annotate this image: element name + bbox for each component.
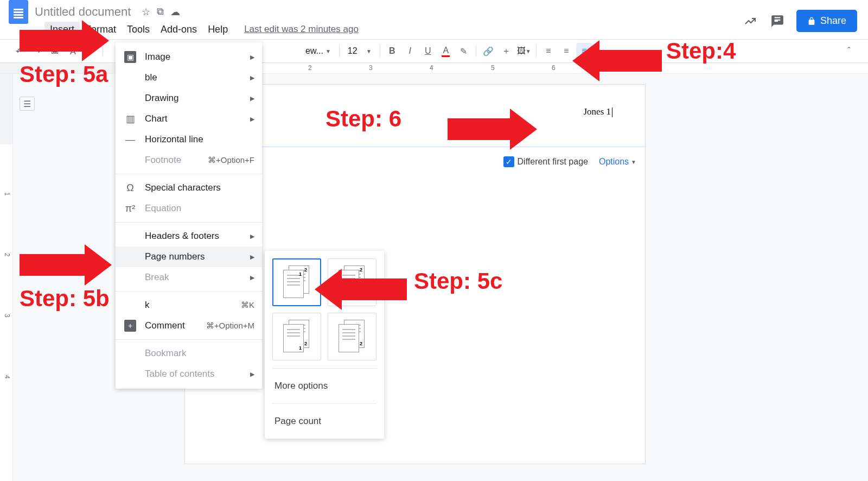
font-size-select[interactable]: 12▼ [343,46,376,56]
trend-icon[interactable] [742,13,758,29]
collapse-toolbar-button[interactable]: ˆ [841,43,857,59]
different-first-page-checkbox[interactable]: ✓ Different first page [503,156,588,167]
insert-image[interactable]: ▣Image▶ [116,47,262,67]
title-actions: ☆ ⧉ ☁ [142,6,180,18]
page-num-bottom-all[interactable]: 2 1 [272,313,321,360]
hline-icon: — [124,134,136,145]
insert-bookmark: Bookmark [116,343,262,364]
add-comment-button[interactable]: ＋ [498,43,514,59]
share-label: Share [820,15,846,27]
annotation-arrow-6 [448,109,537,150]
annotation-arrow-5b [20,244,112,286]
ruler-tick: 2 [308,64,312,72]
underline-button[interactable]: U [420,43,436,59]
ruler-tick: 5 [491,64,495,72]
insert-drawing[interactable]: Drawing▶ [116,88,262,109]
link-icon [124,299,136,311]
table-icon [124,72,136,84]
chevron-right-icon: ▶ [250,254,254,261]
shortcut-label: ⌘+Option+F [208,155,254,165]
chevron-right-icon: ▶ [250,274,254,281]
shortcut-label: ⌘K [241,300,254,310]
vruler-margin [0,74,12,144]
insert-equation: π²Equation [116,198,262,219]
menu-separator [116,174,262,174]
ruler-tick: 4 [430,64,433,72]
submenu-separator [272,368,376,369]
annotation-arrow-4 [572,40,662,81]
chevron-right-icon: ▶ [250,116,254,123]
menu-addons[interactable]: Add-ons [155,22,202,37]
insert-page-numbers[interactable]: Page numbers▶ [116,246,262,267]
page-num-more-options[interactable]: More options [272,376,376,396]
insert-special-chars[interactable]: ΩSpecial characters [116,178,262,198]
insert-comment[interactable]: +Comment⌘+Option+M [116,315,262,336]
image-button[interactable]: 🖼▼ [516,43,532,59]
separator [536,45,537,57]
insert-horizontal-line[interactable]: —Horizontal line [116,129,262,150]
font-select[interactable]: ew...▼ [301,46,335,56]
menu-bar: Insert Format Tools Add-ons Help Last ed… [0,22,868,39]
blank-icon [124,271,136,283]
chart-icon: ▥ [124,113,136,125]
step-5b-label: Step: 5b [20,286,110,312]
vruler-tick: 3 [3,314,11,318]
comment-icon: + [124,320,136,332]
insert-chart[interactable]: ▥Chart▶ [116,109,262,129]
move-icon[interactable]: ⧉ [157,6,164,18]
shortcut-label: ⌘+Option+M [206,321,254,331]
separator [339,45,340,57]
chevron-right-icon: ▶ [250,54,254,61]
drawing-icon [124,92,136,104]
diff-first-label: Different first page [518,157,588,167]
vruler-tick: 1 [3,192,11,196]
chevron-right-icon: ▶ [250,233,254,240]
page-num-top-all[interactable]: 2 1 [272,258,321,306]
text-color-button[interactable]: A [438,43,454,59]
align-left-button[interactable]: ≡ [540,43,557,59]
blank-icon [124,251,136,263]
separator [476,45,476,57]
bold-button[interactable]: B [384,43,400,59]
step-6-label: Step: 6 [326,106,401,132]
menu-help[interactable]: Help [202,22,233,37]
insert-headers-footers[interactable]: Headers & footers▶ [116,226,262,246]
page-count-option[interactable]: Page count [272,412,376,431]
link-button[interactable]: 🔗 [480,43,496,59]
italic-button[interactable]: I [402,43,418,59]
footnote-icon [124,154,136,166]
vertical-ruler[interactable]: 1 2 3 4 [0,74,13,481]
text-cursor [612,107,612,117]
separator [380,45,380,57]
header-options-dropdown[interactable]: Options▼ [599,157,636,167]
chevron-right-icon: ▶ [250,371,254,378]
menu-tools[interactable]: Tools [122,22,155,37]
document-title[interactable]: Untitled document [35,5,131,19]
insert-table[interactable]: ble▶ [116,67,262,88]
title-bar: Untitled document ☆ ⧉ ☁ [0,0,868,22]
step-5c-label: Step: 5c [414,268,502,294]
insert-link[interactable]: k⌘K [116,295,262,315]
header-right: Share [742,10,857,32]
star-icon[interactable]: ☆ [142,6,150,18]
outline-button[interactable]: ☰ [20,97,35,111]
cloud-icon[interactable]: ☁ [170,6,180,18]
annotation-arrow-5c [315,269,407,310]
blank-icon [124,230,136,242]
image-icon: ▣ [124,51,136,63]
step-5a-label: Step: 5a [20,61,108,87]
highlight-button[interactable]: ✎ [456,43,472,59]
page-num-bottom-skip[interactable]: 2 [328,313,376,360]
annotation-arrow-5a [20,20,109,61]
comments-icon[interactable] [769,13,786,29]
vruler-tick: 2 [3,253,11,257]
vruler-tick: 4 [3,375,11,379]
checkbox-checked-icon: ✓ [503,156,514,167]
last-edit-link[interactable]: Last edit was 2 minutes ago [244,24,359,35]
insert-toc: Table of contents▶ [116,364,262,384]
share-button[interactable]: Share [796,10,857,32]
chevron-right-icon: ▶ [250,74,254,81]
header-text: Jones 1 [583,106,611,117]
omega-icon: Ω [124,182,136,194]
blank-icon [124,347,136,359]
